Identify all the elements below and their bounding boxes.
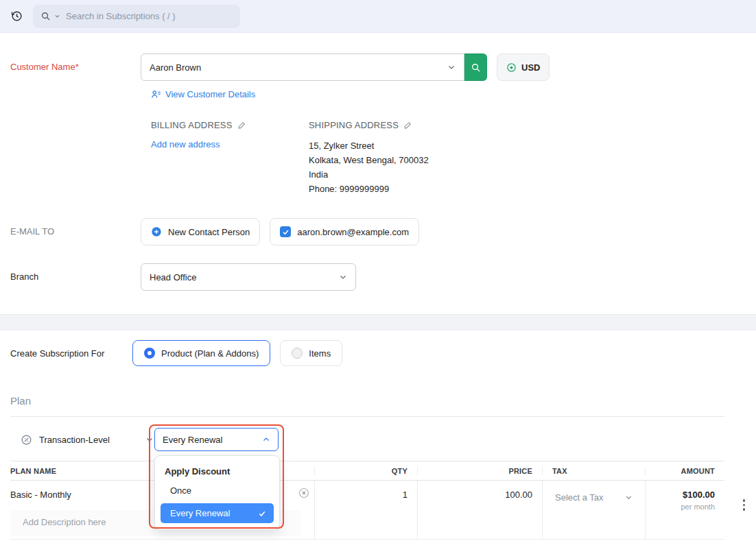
dropdown-option-label: Every Renewal (170, 508, 230, 518)
amount-value: $100.00 (655, 490, 715, 500)
chevron-up-icon (262, 435, 270, 444)
branch-row: Branch Head Office (10, 263, 756, 291)
currency-button[interactable]: USD (497, 53, 550, 81)
search-icon (40, 11, 51, 21)
chevron-down-icon (145, 435, 154, 444)
search-input[interactable] (66, 11, 233, 21)
amount-cell: $100.00 per month (645, 481, 724, 539)
topbar (0, 0, 756, 33)
email-to-row: E-MAIL TO New Contact Person aaron.brown… (10, 218, 756, 245)
chevron-down-icon (447, 63, 456, 71)
plan-table: PLAN NAME QTY PRICE TAX AMOUNT Basic - M… (10, 461, 724, 540)
plus-circle-icon (151, 226, 162, 237)
amount-period: per month (655, 503, 715, 511)
plan-section: Plan Transaction-Level Every Renewal (0, 395, 756, 540)
customer-select-group: Aaron Brown USD (141, 53, 550, 81)
chevron-down-icon (625, 494, 633, 501)
view-customer-details-link[interactable]: View Customer Details (165, 89, 255, 99)
edit-pencil-icon[interactable] (237, 121, 246, 130)
option-product-plan-addons[interactable]: Product (Plan & Addons) (132, 340, 270, 366)
email-to-label: E-MAIL TO (10, 218, 141, 237)
radio-selected-icon (144, 348, 155, 359)
new-contact-person-button[interactable]: New Contact Person (141, 218, 260, 245)
address-line: Phone: 9999999999 (309, 182, 429, 196)
customer-select-value: Aaron Brown (150, 62, 201, 73)
shipping-address-title-row: SHIPPING ADDRESS (309, 120, 429, 130)
create-subscription-for-section: Create Subscription For Product (Plan & … (0, 330, 756, 380)
view-customer-details[interactable]: View Customer Details (151, 89, 756, 99)
customer-section: Customer Name* Aaron Brown USD (0, 33, 756, 291)
addresses: BILLING ADDRESS Add new address SHIPPING… (151, 120, 756, 196)
history-clock-icon (10, 10, 23, 23)
customer-name-label: Customer Name* (10, 53, 141, 72)
create-for-label: Create Subscription For (10, 348, 132, 359)
customer-select[interactable]: Aaron Brown (141, 53, 464, 81)
customer-search-button[interactable] (464, 53, 487, 81)
recent-activity-button[interactable] (10, 10, 23, 23)
col-header-tax: TAX (542, 467, 645, 475)
currency-code: USD (521, 62, 540, 73)
discount-percent-icon (21, 434, 32, 446)
billing-address-block: BILLING ADDRESS Add new address (151, 120, 309, 196)
apply-discount-header: Apply Discount (155, 461, 279, 480)
price-cell[interactable]: 100.00 (417, 481, 542, 539)
col-header-amount: AMOUNT (645, 467, 724, 475)
section-divider (0, 314, 756, 330)
dropdown-option-once[interactable]: Once (155, 480, 279, 501)
billing-address-title: BILLING ADDRESS (151, 120, 233, 130)
discount-level-value: Transaction-Level (39, 435, 110, 445)
dropdown-option-every-renewal[interactable]: Every Renewal (161, 503, 274, 523)
address-line: 15, Zylker Street (309, 138, 429, 153)
search-scope-chevron-icon[interactable] (54, 13, 60, 19)
address-line: Kolkata, West Bengal, 700032 (309, 153, 429, 167)
email-buttons: New Contact Person aaron.brown@example.c… (141, 218, 419, 245)
option-product-label: Product (Plan & Addons) (161, 348, 259, 359)
currency-target-icon (506, 62, 517, 73)
new-contact-person-label: New Contact Person (168, 227, 250, 237)
shipping-address-lines: 15, Zylker Street Kolkata, West Bengal, … (309, 138, 429, 196)
discount-frequency-value: Every Renewal (163, 435, 222, 445)
radio-unselected-icon (292, 348, 303, 359)
plan-title: Plan (10, 395, 756, 407)
branch-select[interactable]: Head Office (141, 263, 356, 291)
shipping-address-block: SHIPPING ADDRESS 15, Zylker Street Kolka… (309, 120, 429, 196)
option-items-label: Items (309, 348, 331, 359)
tax-select-placeholder: Select a Tax (555, 492, 604, 503)
discount-row: Transaction-Level Every Renewal Apply Di… (10, 417, 756, 461)
qty-cell[interactable]: 1 (314, 481, 417, 539)
plan-table-header: PLAN NAME QTY PRICE TAX AMOUNT (10, 461, 724, 481)
tax-cell: Select a Tax (542, 481, 645, 539)
chevron-down-icon (339, 273, 347, 281)
check-icon (258, 509, 266, 518)
billing-address-title-row: BILLING ADDRESS (151, 120, 309, 130)
edit-pencil-icon[interactable] (403, 121, 412, 130)
row-options-kebab-icon[interactable] (740, 496, 748, 514)
customer-name-row: Customer Name* Aaron Brown USD (10, 53, 756, 81)
email-checkbox-checked[interactable] (280, 226, 291, 237)
shipping-address-title: SHIPPING ADDRESS (309, 120, 399, 130)
check-icon (282, 228, 290, 236)
contact-card-icon (151, 89, 161, 99)
discount-frequency-select[interactable]: Every Renewal (154, 428, 279, 451)
recipient-email-label: aaron.brown@example.com (297, 227, 409, 237)
search-icon (471, 62, 481, 73)
discount-level-select[interactable]: Transaction-Level (10, 428, 154, 451)
search-bar[interactable] (33, 5, 240, 28)
plan-table-row: Basic - Monthly 1 100.00 Select a Tax (10, 481, 724, 540)
remove-line-icon[interactable] (298, 487, 310, 499)
apply-discount-dropdown: Apply Discount Once Every Renewal (154, 455, 280, 530)
col-header-qty: QTY (314, 467, 417, 475)
branch-label: Branch (10, 263, 141, 282)
tax-select[interactable]: Select a Tax (552, 485, 635, 509)
new-subscription-page: Customer Name* Aaron Brown USD (0, 0, 756, 540)
recipient-email-toggle[interactable]: aaron.brown@example.com (270, 218, 419, 245)
option-items[interactable]: Items (280, 340, 342, 366)
branch-select-value: Head Office (150, 272, 196, 282)
add-new-address-link[interactable]: Add new address (151, 139, 220, 149)
col-header-price: PRICE (417, 467, 542, 475)
address-line: India (309, 167, 429, 182)
